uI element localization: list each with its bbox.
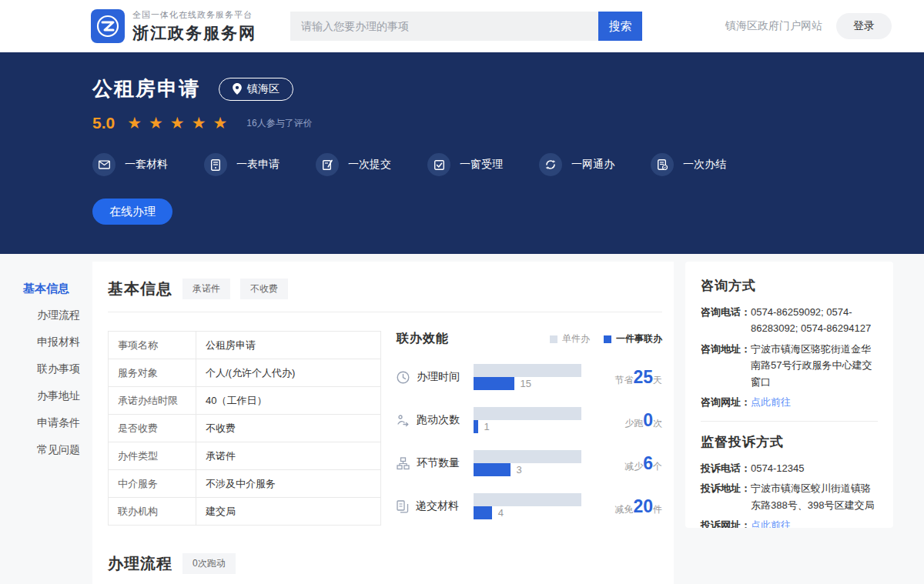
consult-address-row: 咨询地址： 宁波市镇海区骆驼街道金华南路57号行政服务中心建交窗口 [701, 341, 878, 390]
row-label: 办件类型 [109, 442, 196, 470]
table-row: 办件类型承诺件 [109, 442, 381, 470]
network-icon [539, 153, 562, 176]
row-value: 承诺件 [196, 442, 381, 470]
location-pin-icon [233, 83, 242, 95]
tag-zero-trips: 0次跑动 [182, 553, 236, 574]
saving-badge: 少跑0次 [624, 410, 662, 431]
search-input[interactable] [290, 12, 598, 41]
chart-row-steps: 环节数量 3 减少6个 [397, 450, 662, 476]
row-label: 中介服务 [109, 470, 196, 498]
bar-value: 3 [517, 464, 522, 476]
platform-subtitle: 全国一体化在线政务服务平台 [132, 9, 256, 21]
nav-item-basic-info[interactable]: 基本信息 [0, 275, 92, 302]
district-badge[interactable]: 镇海区 [219, 78, 293, 101]
chart-row-materials: 递交材料 4 减免20件 [397, 493, 662, 519]
row-label: 咨询网址： [701, 394, 751, 410]
rating-score: 5.0 [92, 114, 115, 132]
consult-website-row: 咨询网址： 点此前往 [701, 394, 878, 410]
row-label: 投诉网址： [701, 517, 751, 528]
chart-row-label: 办理时间 [417, 370, 460, 384]
site-logo-icon [91, 9, 125, 43]
tag-promise: 承诺件 [182, 279, 230, 299]
row-value: 建交局 [196, 498, 381, 526]
search-bar: 搜索 [290, 12, 642, 41]
consult-phone-row: 咨询电话： 0574-86259092; 0574-86283092; 0574… [701, 304, 878, 337]
login-button[interactable]: 登录 [836, 13, 892, 39]
feature-label: 一次提交 [348, 158, 391, 172]
feature-item: 一套材料 [92, 153, 168, 176]
feature-label: 一网通办 [571, 158, 614, 172]
legend-joint: 一件事联办 [604, 332, 662, 345]
nav-item-address[interactable]: 办事地址 [0, 382, 92, 409]
flow-icon [397, 457, 410, 470]
feature-label: 一窗受理 [460, 158, 503, 172]
form-icon [204, 153, 227, 176]
complaint-phone: 0574-12345 [751, 460, 804, 476]
bar-joint [474, 463, 511, 476]
checkbox-icon [427, 153, 450, 176]
nav-item-process[interactable]: 办理流程 [0, 302, 92, 329]
saving-badge: 减少6个 [624, 453, 662, 474]
bar-joint [474, 377, 514, 390]
search-button[interactable]: 搜索 [598, 12, 642, 41]
basic-info-title: 基本信息 [108, 279, 172, 299]
table-row: 事项名称公租房申请 [109, 332, 381, 359]
site-brand[interactable]: 全国一体化在线政务服务平台 浙江政务服务网 [91, 9, 256, 44]
saving-badge: 减免20件 [614, 496, 662, 517]
done-icon [651, 153, 674, 176]
basic-info-table: 事项名称公租房申请 服务对象个人/(允许个人代办) 承诺办结时限40（工作日） … [108, 331, 381, 526]
online-apply-button[interactable]: 在线办理 [92, 199, 172, 225]
chart-row-label: 环节数量 [417, 456, 460, 470]
rating-row: 5.0 ★★★★★ 16人参与了评价 [92, 114, 924, 132]
row-value: 公租房申请 [196, 332, 381, 359]
bar-single [474, 450, 581, 463]
nav-item-materials[interactable]: 申报材料 [0, 329, 92, 355]
saving-badge: 节省25天 [614, 367, 662, 388]
feature-item: 一窗受理 [427, 153, 503, 176]
docs-icon [397, 500, 409, 513]
chart-title: 联办效能 [397, 331, 449, 347]
legend-swatch-blue [604, 335, 611, 343]
table-row: 服务对象个人/(允许个人代办) [109, 359, 381, 387]
feature-list: 一套材料 一表申请 一次提交 一窗受理 [92, 153, 924, 176]
row-value: 不涉及中介服务 [196, 470, 381, 498]
feature-label: 一表申请 [236, 158, 280, 172]
nav-item-faq[interactable]: 常见问题 [0, 436, 92, 463]
row-label: 联办机构 [109, 498, 196, 526]
district-badge-label: 镇海区 [247, 82, 280, 96]
envelope-icon [92, 153, 116, 176]
bar-value: 4 [498, 507, 504, 519]
table-row: 是否收费不收费 [109, 415, 381, 442]
consult-address: 宁波市镇海区骆驼街道金华南路57号行政服务中心建交窗口 [751, 341, 878, 390]
page: 全国一体化在线政务服务平台 浙江政务服务网 搜索 镇海区政府门户网站 登录 公租… [0, 0, 924, 584]
portal-site-link[interactable]: 镇海区政府门户网站 [725, 19, 822, 33]
row-value: 40（工作日） [196, 387, 381, 415]
nav-item-conditions[interactable]: 申请条件 [0, 409, 92, 436]
row-label: 投诉地址： [701, 480, 751, 513]
tag-free: 不收费 [240, 279, 288, 299]
row-value: 不收费 [196, 415, 381, 442]
bar-single [474, 493, 581, 506]
consult-website-link[interactable]: 点此前往 [751, 394, 791, 410]
feature-item: 一网通办 [539, 153, 614, 176]
site-title: 浙江政务服务网 [132, 22, 256, 44]
table-row: 承诺办结时限40（工作日） [109, 387, 381, 415]
bar-single [474, 364, 581, 377]
row-label: 服务对象 [109, 359, 196, 387]
complaint-website-row: 投诉网址： 点此前往 [701, 517, 878, 528]
row-label: 投诉电话： [701, 460, 751, 476]
legend-single: 单件办 [550, 332, 590, 345]
complaint-website-link[interactable]: 点此前往 [751, 517, 791, 528]
feature-label: 一次办结 [683, 158, 726, 172]
page-title: 公租房申请 [92, 75, 200, 102]
bar-single [474, 407, 581, 420]
consult-phone: 0574-86259092; 0574-86283092; 0574-86294… [751, 304, 878, 337]
row-label: 承诺办结时限 [109, 387, 196, 415]
row-label: 咨询电话： [701, 304, 751, 337]
chart-row-trips: 跑动次数 1 少跑0次 [397, 407, 662, 433]
bar-value: 1 [484, 421, 490, 432]
nav-item-joint-items[interactable]: 联办事项 [0, 355, 92, 382]
feature-item: 一表申请 [204, 153, 280, 176]
chart-row-time: 办理时间 15 节省25天 [397, 364, 662, 390]
bar-joint [474, 420, 478, 433]
